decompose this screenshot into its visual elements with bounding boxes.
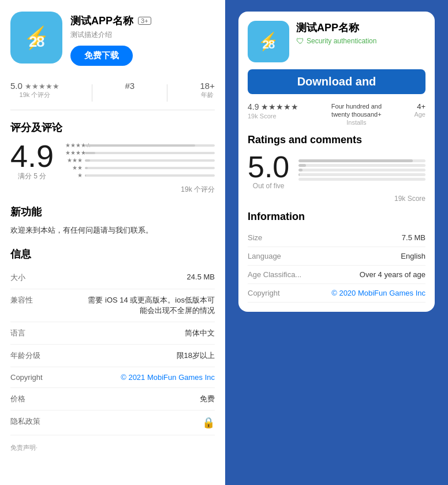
right-installs-block: Four hundred andtwenty thousand+ Install…: [331, 102, 382, 126]
info-val-lang: 简体中文: [185, 328, 215, 338]
right-ratings-count: 19k Score: [248, 195, 425, 203]
right-app-info: 测试APP名称 🛡 Security authentication: [296, 21, 425, 50]
stat-age-label: 年龄: [200, 91, 215, 99]
right-info-val-age: Over 4 years of age: [360, 270, 425, 279]
right-bars: [298, 159, 425, 182]
ratings-section-right: 5.0 Out of five: [248, 152, 425, 190]
right-big-score-block: 5.0 Out of five: [248, 152, 289, 190]
info-title-right: Information: [248, 211, 425, 223]
new-features-title: 新功能: [10, 205, 215, 219]
app-subtitle-left: 测试描述介绍: [70, 30, 215, 40]
info-row-copyright: Copyright © 2021 MobiFun Games Inc: [10, 367, 215, 388]
ratings-section-left: 4.9 满分 5 分 ★★★★★ ★★★★ ★★★ ★★ ★: [10, 140, 215, 181]
right-bar-row-3: [298, 169, 425, 171]
right-info-key-lang: Language: [248, 252, 281, 260]
app-info-left: 测试APP名称 3+ 测试描述介绍 免费下载: [70, 12, 215, 66]
divider-1: [92, 84, 92, 102]
stat-rank-value: #3: [125, 81, 135, 91]
right-info-row-copyright: Copyright © 2020 MobiFun Games Inc: [248, 284, 425, 303]
download-button-left[interactable]: 免费下载: [70, 46, 133, 66]
stats-row-left: 5.0 ★★★★★ 19k 个评分 #3 18+ 年龄: [10, 75, 215, 110]
right-info-val-copyright: © 2020 MobiFun Games Inc: [331, 289, 425, 297]
age-badge-left: 3+: [138, 17, 151, 25]
right-age-label: Age: [414, 111, 425, 118]
security-text: Security authentication: [307, 37, 376, 45]
right-bar-row-5: [298, 159, 425, 162]
right-app-title: 测试APP名称: [296, 21, 425, 35]
info-key-size: 大小: [10, 273, 45, 283]
big-score-block-left: 4.9 满分 5 分: [10, 140, 54, 181]
stat-reviews-label: 19k 个评分: [10, 91, 59, 99]
right-bar-row-4: [298, 164, 425, 167]
right-info-key-age: Age Classifica...: [248, 270, 301, 279]
right-info-row-age: Age Classifica... Over 4 years of age: [248, 266, 425, 284]
stats-row-right: 4.9 ★★★★★ 19k Score Four hundred andtwen…: [248, 102, 425, 126]
right-info-key-copyright: Copyright: [248, 289, 280, 297]
right-card: ⚡ 28 测试APP名称 🛡 Security authentication D…: [238, 12, 435, 312]
right-age-block: 4+ Age: [414, 102, 425, 118]
info-key-copyright: Copyright: [10, 373, 45, 382]
info-row-size: 大小 24.5 MB: [10, 267, 215, 289]
info-row-privacy: 隐私政策 🔒: [10, 411, 215, 435]
info-val-copyright: © 2021 MobiFun Games Inc: [121, 373, 215, 382]
info-key-age: 年龄分级: [10, 350, 45, 361]
app-title-left: 测试APP名称: [70, 14, 133, 28]
info-key-privacy: 隐私政策: [10, 416, 45, 427]
info-key-compat: 兼容性: [10, 295, 45, 305]
download-button-right[interactable]: Download and: [248, 69, 425, 94]
app-title-row: 测试APP名称 3+: [70, 14, 215, 28]
right-info-val-size: 7.5 MB: [402, 233, 425, 242]
right-big-score: 5.0: [248, 152, 289, 182]
bar-row-3: ★★★: [65, 157, 215, 163]
features-text: 欢迎来到本站，有任何问题请与我们联系。: [10, 225, 215, 237]
ratings-count-left: 19k 个评分: [10, 185, 215, 195]
disclaimer: 免责声明·: [10, 443, 215, 452]
security-auth: 🛡 Security authentication: [296, 36, 425, 46]
info-key-lang: 语言: [10, 328, 45, 338]
info-row-lang: 语言 简体中文: [10, 322, 215, 345]
stat-age: 18+ 年龄: [200, 81, 215, 99]
star-bars-left: ★★★★★ ★★★★ ★★★ ★★ ★: [65, 142, 215, 180]
app-icon-right: ⚡ 28: [248, 21, 289, 62]
right-bar-row-1: [298, 178, 425, 181]
info-val-price: 免费: [200, 394, 215, 404]
shield-icon: 🛡: [296, 36, 304, 46]
info-row-price: 价格 免费: [10, 388, 215, 411]
stat-rating-value: 5.0 ★★★★★: [10, 81, 59, 91]
bar-row-1: ★: [65, 172, 215, 178]
svg-text:28: 28: [263, 38, 275, 51]
info-row-age: 年龄分级 限18岁以上: [10, 345, 215, 367]
info-section-title-left: 信息: [10, 247, 215, 261]
info-val-compat: 需要 iOS 14 或更高版本。ios低版本可能会出现不全屏的情况: [88, 295, 215, 316]
right-score-block: 4.9 ★★★★★ 19k Score: [248, 102, 298, 120]
right-info-key-size: Size: [248, 233, 262, 242]
bar-row-4: ★★★★: [65, 150, 215, 156]
stat-rank: #3: [125, 81, 135, 91]
stat-age-value: 18+: [200, 81, 215, 91]
right-installs-value: Four hundred andtwenty thousand+: [331, 102, 382, 119]
ratings-section-title-left: 评分及评论: [10, 121, 215, 135]
divider-2: [167, 84, 167, 102]
info-row-compat: 兼容性 需要 iOS 14 或更高版本。ios低版本可能会出现不全屏的情况: [10, 289, 215, 322]
right-info-row-lang: Language English: [248, 247, 425, 266]
right-installs-label: Installs: [331, 119, 382, 126]
info-val-age: 限18岁以上: [177, 350, 215, 361]
right-score-label: 19k Score: [248, 113, 298, 120]
svg-text:28: 28: [29, 33, 44, 50]
bar-row-2: ★★: [65, 165, 215, 171]
app-header-left: ⚡ 28 测试APP名称 3+ 测试描述介绍 免费下载: [10, 12, 215, 66]
big-score-left: 4.9: [10, 140, 54, 171]
right-score-stars: 4.9 ★★★★★: [248, 102, 298, 111]
right-info-val-lang: English: [401, 252, 425, 260]
app-header-right: ⚡ 28 测试APP名称 🛡 Security authentication: [248, 21, 425, 62]
app-icon-left: ⚡ 28: [10, 12, 62, 64]
ratings-title-right: Ratings and comments: [248, 134, 425, 146]
left-panel: ⚡ 28 测试APP名称 3+ 测试描述介绍 免费下载 5.0 ★★★★★ 19…: [0, 0, 225, 485]
info-key-price: 价格: [10, 394, 45, 404]
right-score-sub: Out of five: [248, 182, 289, 190]
right-bar-row-2: [298, 173, 425, 176]
right-age-value: 4+: [414, 102, 425, 111]
right-info-row-size: Size 7.5 MB: [248, 229, 425, 247]
info-val-privacy: 🔒: [202, 416, 215, 429]
info-val-size: 24.5 MB: [187, 273, 215, 281]
